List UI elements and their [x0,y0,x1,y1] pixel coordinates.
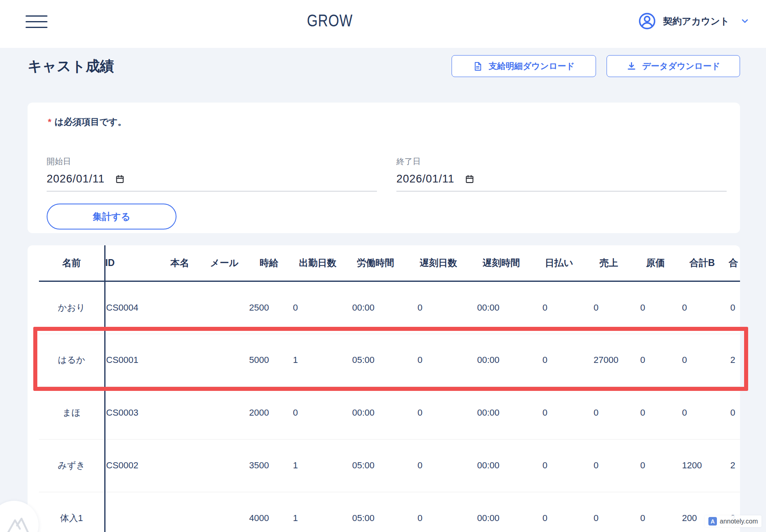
table-cell [202,439,247,492]
table-cell: 05:00 [344,439,407,492]
table-cell: 1200 [679,439,725,492]
payslip-download-label: 支給明細ダウンロード [488,60,574,72]
payslip-download-button[interactable]: 支給明細ダウンロード [452,55,596,77]
table-cell: 0 [533,281,585,334]
table-row-highlighted: はるかCS00015000105:00000:00027000002 [39,334,740,386]
table-cell: 2 [725,439,740,492]
table-cell: 00:00 [470,492,533,532]
table-cell: 00:00 [344,386,407,439]
hamburger-menu-icon[interactable] [26,15,47,29]
table-cell: 00:00 [344,281,407,334]
table-cell [202,386,247,439]
start-date-value: 2026/01/11 [47,173,105,185]
table-cell: まほ [39,386,105,439]
table-cell: 0 [725,281,740,334]
aggregate-button[interactable]: 集計する [47,204,176,230]
table-cell [202,492,247,532]
calendar-icon[interactable] [115,174,125,184]
table-cell: 0 [585,386,632,439]
table-cell: 2 [725,334,740,386]
brand-logo: GROW [307,11,353,30]
column-header: 売上 [585,245,632,281]
column-header: 原価 [632,245,679,281]
table-cell [157,439,202,492]
table-cell: 0 [533,492,585,532]
table-cell: 1 [291,439,344,492]
table-cell: 1 [291,334,344,386]
table-header-row: 名前ID本名メール時給出勤日数労働時間遅刻日数遅刻時間日払い売上原価合計B合 [39,245,740,281]
table-cell: 0 [407,386,470,439]
table-cell: 00:00 [470,281,533,334]
table-cell: 0 [679,334,725,386]
table-cell: 00:00 [470,334,533,386]
table-cell: 00:00 [470,439,533,492]
data-download-label: データダウンロード [642,60,720,72]
column-header: 名前 [39,245,105,281]
column-header: 合計B [679,245,725,281]
table-cell: 0 [533,334,585,386]
column-header: ID [105,245,157,281]
table-cell [157,334,202,386]
cast-results-table: 名前ID本名メール時給出勤日数労働時間遅刻日数遅刻時間日払い売上原価合計B合 か… [39,245,740,532]
table-cell: CS0002 [105,439,157,492]
table-cell: 0 [407,439,470,492]
column-header: 遅刻時間 [470,245,533,281]
table-cell: 0 [533,386,585,439]
table-cell: 27000 [585,334,632,386]
calendar-icon[interactable] [465,174,474,184]
table-cell: 1 [291,492,344,532]
column-header: 出勤日数 [291,245,344,281]
end-date-field: 終了日 2026/01/11 [396,139,727,191]
table-cell: CS0001 [105,334,157,386]
end-date-input[interactable]: 2026/01/11 [396,173,727,191]
table-row: 体入14000105:00000:000002002 [39,492,740,532]
chevron-down-icon [740,16,750,26]
table-cell: 0 [291,386,344,439]
end-date-value: 2026/01/11 [396,173,454,185]
page-actions: 支給明細ダウンロード データダウンロード [452,55,740,77]
column-header: 時給 [247,245,291,281]
required-note-text: は必須項目です。 [55,117,127,127]
table-cell: 0 [632,492,679,532]
table-cell: 3500 [247,439,291,492]
table-cell: 00:00 [470,386,533,439]
table-cell: 0 [407,281,470,334]
table-cell: 0 [632,334,679,386]
page-title: キャスト成績 [28,57,114,76]
account-menu[interactable]: 契約アカウント [638,11,750,32]
table-cell [105,492,157,532]
table-cell: みずき [39,439,105,492]
required-asterisk: * [48,117,52,127]
results-table-card: 名前ID本名メール時給出勤日数労働時間遅刻日数遅刻時間日払い売上原価合計B合 か… [28,245,740,532]
data-download-button[interactable]: データダウンロード [607,55,740,77]
table-cell: 0 [585,492,632,532]
download-icon [626,61,637,71]
table-cell: 0 [533,439,585,492]
start-date-label: 開始日 [47,156,377,167]
top-bar: GROW 契約アカウント [0,0,766,48]
table-cell: 2000 [247,386,291,439]
date-range-row: 開始日 2026/01/11 終了日 2026/01/11 [47,139,727,191]
annotely-icon: A [708,517,717,526]
table-cell: 4000 [247,492,291,532]
table-cell: 2500 [247,281,291,334]
table-cell: 0 [725,386,740,439]
table-cell: はるか [39,334,105,386]
table-cell: 0 [679,281,725,334]
table-cell: 0 [632,439,679,492]
column-header: メール [202,245,247,281]
table-row: かおりCS00042500000:00000:0000000 [39,281,740,334]
table-row: みずきCS00023500105:00000:0000012002 [39,439,740,492]
annotely-credit-link[interactable]: A annotely.com [705,515,762,527]
account-label: 契約アカウント [663,15,729,28]
mountain-logo-icon [6,516,30,532]
column-header: 合 [725,245,740,281]
table-cell: かおり [39,281,105,334]
table-cell [157,386,202,439]
table-cell: 05:00 [344,492,407,532]
start-date-input[interactable]: 2026/01/11 [47,173,377,191]
table-cell: 0 [407,492,470,532]
document-icon [473,61,483,71]
table-cell [157,281,202,334]
column-header: 遅刻日数 [407,245,470,281]
